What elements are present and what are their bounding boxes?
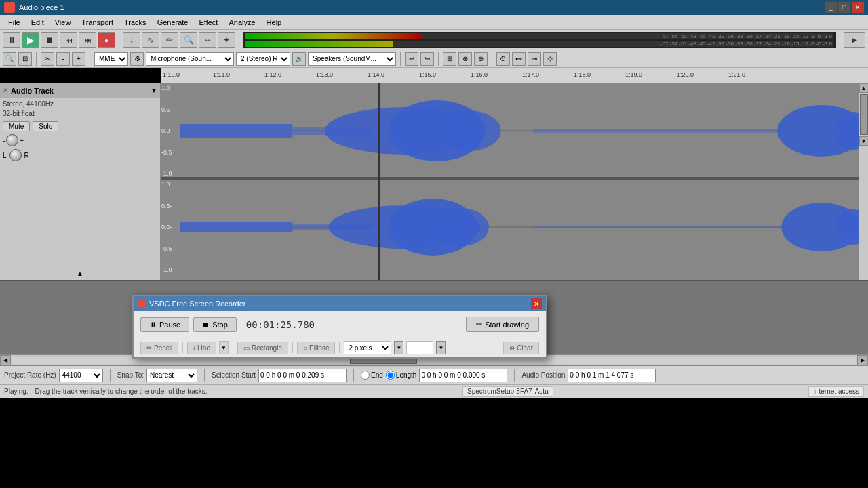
minimize-button[interactable]: _ xyxy=(825,2,837,13)
vsdc-color-dropdown-btn[interactable]: ▼ xyxy=(436,341,446,354)
ruler-mark-9: 1:19.0 xyxy=(625,71,642,78)
vu-scale-bottom: -57 -54 -51 -48 -45 -42 -39 -36 -33 -30 … xyxy=(660,41,832,47)
track-close-button[interactable]: ✕ xyxy=(3,87,8,94)
menu-generate[interactable]: Generate xyxy=(152,17,194,28)
vsdc-clear-button[interactable]: ⊗ Clear xyxy=(503,342,539,354)
vsdc-start-drawing-button[interactable]: ✏ Start drawing xyxy=(466,317,539,332)
ruler-mark-1: 1:11.0 xyxy=(213,71,230,78)
pan-area: L R xyxy=(0,148,160,163)
audio-position-input[interactable] xyxy=(568,369,656,382)
timer-button[interactable]: ⏱ xyxy=(496,52,510,66)
h-scroll-left-button[interactable]: ◀ xyxy=(0,355,11,366)
length-radio-label[interactable]: Length xyxy=(386,371,417,380)
menu-effect[interactable]: Effect xyxy=(194,17,224,28)
trim-button[interactable]: ✂ xyxy=(41,52,54,66)
volume-down-button[interactable]: - xyxy=(56,52,70,66)
multi-tool[interactable]: ✦ xyxy=(218,32,235,48)
redo-button[interactable]: ↪ xyxy=(420,52,434,66)
h-scroll-right-button[interactable]: ▶ xyxy=(857,355,868,366)
envelope-tool[interactable]: ∿ xyxy=(142,32,159,48)
zoom-tool[interactable]: 🔍 xyxy=(180,32,197,48)
zoom-reset-button[interactable]: ⊡ xyxy=(18,52,32,66)
pause-button[interactable]: ⏸ xyxy=(3,32,20,48)
collapse-track-button[interactable]: ▲ xyxy=(0,266,160,280)
vsdc-line-dropdown[interactable]: ▼ xyxy=(219,341,229,354)
window-title: Audio piece 1 xyxy=(19,3,825,12)
vsdc-close-button[interactable]: ✕ xyxy=(531,298,542,309)
gain-knob[interactable] xyxy=(6,134,18,146)
pan-knob[interactable] xyxy=(9,149,22,161)
undo-button[interactable]: ↩ xyxy=(405,52,418,66)
snap-to-dropdown[interactable]: Nearest xyxy=(146,369,197,382)
audio-host-dropdown[interactable]: MME xyxy=(94,52,128,66)
channels-dropdown[interactable]: 2 (Stereo) R... xyxy=(236,52,290,66)
menu-file[interactable]: File xyxy=(3,17,26,28)
scroll-up-button[interactable]: ▲ xyxy=(859,83,869,93)
lower-scale-neg-0-5: -0.5 xyxy=(161,245,180,252)
zoom-out-button[interactable]: ⊖ xyxy=(474,52,488,66)
audio-host-settings[interactable]: ⚙ xyxy=(130,52,144,66)
close-button[interactable]: ✕ xyxy=(852,2,864,13)
play-button[interactable]: ▶ xyxy=(22,32,39,48)
vsdc-size-dropdown[interactable]: 2 pixels 4 pixels 6 pixels xyxy=(344,341,391,354)
volume-up-button[interactable]: + xyxy=(72,52,85,66)
zoom-in-button[interactable]: 🔍 xyxy=(3,52,16,66)
skip-back-button[interactable]: ⏮ xyxy=(60,32,77,48)
input-device-dropdown[interactable]: Microphone (Soun... xyxy=(146,52,234,66)
menu-help[interactable]: Help xyxy=(261,17,288,28)
extra-btn1[interactable]: ⊷ xyxy=(512,52,526,66)
svg-rect-19 xyxy=(533,226,789,228)
vsdc-stop-button[interactable]: ⏹ Stop xyxy=(193,317,237,332)
scroll-thumb[interactable] xyxy=(860,94,868,135)
extra-btn2[interactable]: ⊸ xyxy=(528,52,541,66)
extra-btn3[interactable]: ⊹ xyxy=(543,52,557,66)
track-menu-button[interactable]: ▼ xyxy=(151,87,157,94)
vsdc-start-drawing-label: Start drawing xyxy=(485,321,529,329)
menu-tracks[interactable]: Tracks xyxy=(119,17,152,28)
vsdc-pencil-tool[interactable]: ✏ Pencil xyxy=(140,342,178,354)
status-sep-2 xyxy=(204,369,205,382)
waveform-area[interactable]: 1.0 0.5- 0.0- -0.5 -1.0 xyxy=(161,83,859,280)
selection-end-input[interactable] xyxy=(419,369,507,382)
select-tool[interactable]: ↕ xyxy=(123,32,140,48)
vsdc-color-picker[interactable] xyxy=(406,341,433,354)
vsdc-size-dropdown-btn[interactable]: ▼ xyxy=(394,341,403,354)
menu-transport[interactable]: Transport xyxy=(76,17,119,28)
length-radio[interactable] xyxy=(386,371,395,380)
draw-tool[interactable]: ✏ xyxy=(161,32,178,48)
vsdc-pause-button[interactable]: ⏸ Pause xyxy=(140,317,189,332)
vsdc-drawing-icon: ✏ xyxy=(476,320,482,329)
end-radio[interactable] xyxy=(361,371,370,380)
input-volume-button[interactable]: 🔊 xyxy=(292,52,306,66)
lower-waveform-svg xyxy=(180,180,859,274)
mute-button[interactable]: Mute xyxy=(3,121,30,131)
menu-analyze[interactable]: Analyze xyxy=(223,17,260,28)
skip-fwd-button[interactable]: ⏭ xyxy=(79,32,96,48)
scale-1-0: 1.0 xyxy=(161,85,180,92)
selection-start-input[interactable] xyxy=(258,369,347,382)
end-radio-label[interactable]: End xyxy=(361,371,383,380)
maximize-button[interactable]: □ xyxy=(838,2,850,13)
output-device-dropdown[interactable]: Speakers (SoundM... xyxy=(308,52,396,66)
vsdc-line-tool[interactable]: / Line xyxy=(187,342,216,354)
menu-view[interactable]: View xyxy=(50,17,77,28)
solo-button[interactable]: Solo xyxy=(33,121,58,131)
length-label: Length xyxy=(396,371,417,379)
vsdc-rectangle-tool[interactable]: ▭ Rectangle xyxy=(237,342,288,354)
sep-2d xyxy=(438,52,439,66)
record-button[interactable]: ● xyxy=(98,32,115,48)
playhead xyxy=(378,83,380,280)
project-rate-dropdown[interactable]: 44100 xyxy=(59,369,103,382)
menu-edit[interactable]: Edit xyxy=(26,17,50,28)
stop-button[interactable]: ⏹ xyxy=(41,32,58,48)
time-shift-tool[interactable]: ↔ xyxy=(199,32,216,48)
scroll-down-button[interactable]: ▼ xyxy=(859,136,869,146)
vu-scale-top: -57 -54 -51 -48 -45 -42 -39 -36 -33 -30 … xyxy=(660,33,832,39)
vsdc-pencil-label: Pencil xyxy=(154,344,172,352)
zoom-fit-button[interactable]: ⊞ xyxy=(443,52,456,66)
sep-2e xyxy=(492,52,492,66)
vsdc-ellipse-tool[interactable]: ○ Ellipse xyxy=(297,342,336,354)
play-monitor[interactable]: ▶ xyxy=(844,32,865,48)
lower-scale-neg-1-0: -1.0 xyxy=(161,266,180,273)
zoom-sel-button[interactable]: ⊕ xyxy=(458,52,472,66)
